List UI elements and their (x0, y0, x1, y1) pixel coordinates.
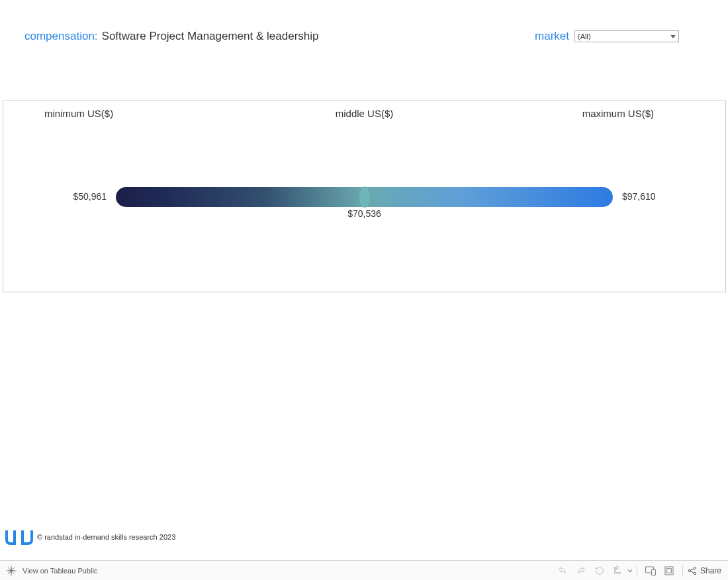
svg-line-13 (690, 568, 694, 570)
undo-button[interactable] (553, 563, 572, 578)
page-title-group: compensation: Software Project Managemen… (24, 30, 318, 43)
share-label: Share (700, 566, 721, 575)
column-header-min: minimum US($) (44, 108, 113, 119)
redo-button[interactable] (572, 563, 590, 578)
header-row: compensation: Software Project Managemen… (24, 26, 679, 46)
title-prefix: compensation: (24, 30, 98, 43)
attribution-row: © randstad in-demand skills research 202… (5, 529, 175, 545)
svg-point-12 (694, 572, 696, 574)
svg-rect-9 (667, 568, 672, 573)
undo-icon (557, 565, 568, 576)
replay-icon (613, 565, 623, 576)
device-preview-icon (645, 565, 657, 576)
salary-middle-marker[interactable] (359, 186, 370, 208)
salary-range-bar-wrap: $50,961 $97,610 $70,536 (116, 187, 613, 207)
salary-max-value: $97,610 (622, 191, 656, 202)
column-header-max: maximum US($) (582, 108, 654, 119)
svg-point-10 (688, 569, 690, 571)
device-preview-button[interactable] (641, 563, 660, 578)
tableau-logo-icon[interactable] (5, 565, 17, 577)
svg-line-14 (690, 571, 694, 573)
svg-rect-8 (665, 567, 673, 575)
svg-point-11 (694, 567, 696, 569)
fullscreen-button[interactable] (660, 563, 678, 578)
toolbar-separator (637, 565, 637, 576)
market-filter-select[interactable]: (All) (574, 30, 679, 42)
market-filter-group: market (All) (535, 30, 679, 43)
tableau-toolbar: View on Tableau Public (0, 560, 728, 580)
svg-rect-7 (651, 569, 655, 575)
salary-mid-value: $70,536 (347, 208, 381, 219)
compensation-chart: minimum US($) middle US($) maximum US($)… (3, 101, 726, 292)
revert-icon (594, 565, 605, 576)
share-button[interactable]: Share (687, 565, 721, 576)
randstad-logo-icon (5, 529, 33, 545)
title-value: Software Project Management & leadership (102, 30, 319, 43)
replay-button[interactable] (609, 563, 627, 578)
revert-button[interactable] (590, 563, 609, 578)
view-on-tableau-link[interactable]: View on Tableau Public (23, 567, 97, 575)
toolbar-separator-2 (682, 565, 683, 576)
replay-button-group[interactable] (609, 563, 633, 578)
fullscreen-icon (664, 565, 674, 576)
market-filter-label: market (535, 30, 569, 43)
share-icon (687, 565, 698, 576)
salary-min-value: $50,961 (73, 191, 107, 202)
column-header-mid: middle US($) (336, 108, 394, 119)
chevron-down-icon (627, 568, 633, 573)
redo-icon (576, 565, 586, 576)
attribution-text: © randstad in-demand skills research 202… (37, 533, 175, 541)
market-filter-selected-value: (All) (578, 32, 591, 40)
